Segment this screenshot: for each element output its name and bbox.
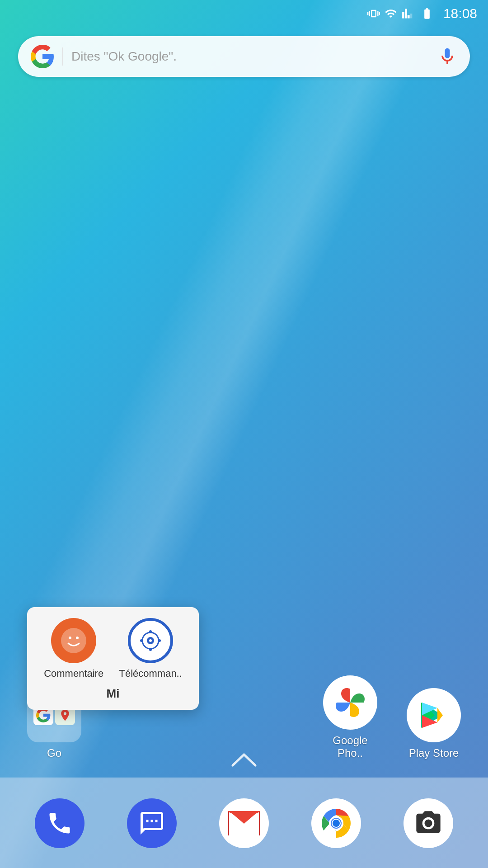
gmail-svg — [228, 811, 260, 835]
swipe-up-hint[interactable] — [230, 751, 258, 773]
play-store-label: Play Store — [409, 747, 459, 760]
phone-svg — [46, 810, 73, 837]
search-divider — [62, 47, 63, 66]
play-store-icon — [407, 688, 461, 742]
app-google-photos[interactable]: Google Pho.. — [321, 675, 380, 760]
svg-point-6 — [149, 630, 152, 633]
pinwheel-svg — [332, 684, 368, 721]
gmail-icon — [219, 798, 269, 848]
search-placeholder[interactable]: Dites "Ok Google". — [71, 49, 437, 64]
svg-point-9 — [158, 639, 161, 642]
app-play-store[interactable]: Play Store — [407, 688, 461, 760]
camera-svg — [414, 809, 443, 838]
dock-app-camera[interactable] — [404, 798, 453, 848]
dock-app-gmail[interactable] — [219, 798, 269, 848]
chrome-icon — [311, 798, 361, 848]
popup-folder-name: Mi — [36, 687, 190, 701]
svg-point-2 — [76, 637, 79, 639]
popup-apps-row: Commentaire Télécomman.. — [36, 618, 190, 679]
commentaire-icon — [51, 618, 96, 663]
svg-point-1 — [69, 637, 71, 639]
play-store-clean — [416, 697, 452, 733]
popup-menu: Commentaire Télécomman.. Mi — [27, 607, 199, 710]
signal-icon — [402, 7, 414, 20]
dock-app-messages[interactable] — [127, 798, 177, 848]
google-photos-label: Google Pho.. — [321, 734, 380, 760]
popup-app-commentaire[interactable]: Commentaire — [44, 618, 103, 679]
wifi-icon — [385, 7, 397, 20]
svg-point-7 — [149, 648, 152, 651]
folder-label: Go — [47, 747, 61, 760]
chrome-svg — [320, 807, 352, 840]
telecommande-circles — [137, 627, 164, 654]
commentaire-smile — [60, 627, 87, 654]
popup-app-telecommande[interactable]: Télécomman.. — [119, 618, 182, 679]
search-bar[interactable]: Dites "Ok Google". — [18, 36, 470, 77]
svg-point-0 — [61, 628, 86, 653]
messages-icon — [127, 798, 177, 848]
status-icons: 18:08 — [367, 6, 477, 21]
google-logo — [31, 45, 54, 68]
battery-icon — [419, 7, 435, 20]
dock-app-chrome[interactable] — [311, 798, 361, 848]
mic-icon[interactable] — [437, 47, 457, 66]
svg-marker-11 — [421, 701, 446, 730]
dock-app-phone[interactable] — [35, 798, 84, 848]
popup-app-telecommande-label: Télécomman.. — [119, 668, 182, 679]
google-photos-icon — [323, 675, 377, 730]
camera-icon — [404, 798, 453, 848]
svg-point-8 — [140, 639, 143, 642]
svg-point-5 — [149, 639, 152, 642]
telecommande-icon — [128, 618, 173, 663]
svg-point-18 — [333, 820, 340, 827]
app-dock — [0, 778, 488, 868]
status-bar: 18:08 — [0, 0, 488, 27]
phone-icon — [35, 798, 84, 848]
chevron-up-icon — [230, 751, 258, 769]
vibrate-icon — [367, 7, 380, 20]
popup-app-commentaire-label: Commentaire — [44, 668, 103, 679]
messages-svg — [138, 810, 165, 837]
status-time: 18:08 — [443, 6, 477, 21]
